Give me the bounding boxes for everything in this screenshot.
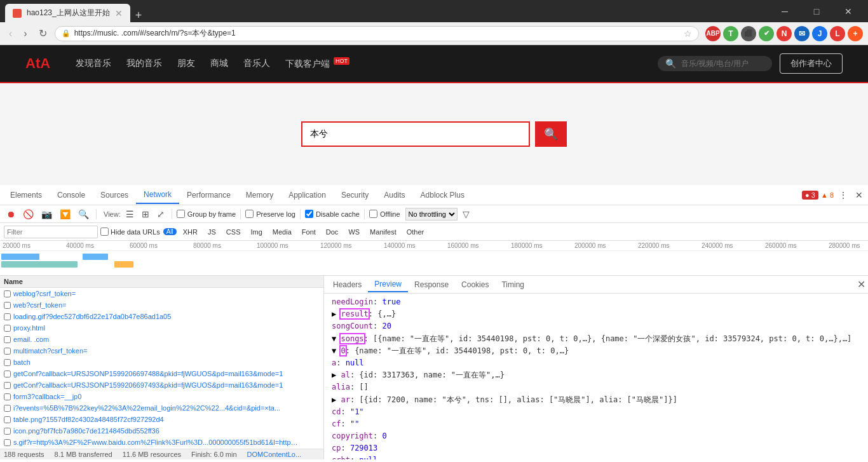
list-item[interactable]: web?csrf_token= <box>0 299 323 311</box>
maximize-button[interactable]: □ <box>802 0 831 22</box>
ext-btn9[interactable]: + <box>848 26 863 41</box>
file-checkbox[interactable] <box>4 290 11 297</box>
header-search-input[interactable] <box>681 59 764 68</box>
ar-toggle[interactable]: ▶ <box>332 395 341 404</box>
detail-tab-timing[interactable]: Timing <box>495 278 531 292</box>
json-line-result[interactable]: ▶ result: {,…} <box>329 308 863 320</box>
nav-friends[interactable]: 朋友 <box>177 58 195 70</box>
list-item[interactable]: weblog?csrf_token= <box>0 288 323 299</box>
songs-toggle[interactable]: ▼ <box>332 334 341 343</box>
file-list[interactable]: weblog?csrf_token= web?csrf_token= loadi… <box>0 288 323 449</box>
record-button[interactable]: ⏺ <box>4 208 18 221</box>
detail-tab-preview[interactable]: Preview <box>368 277 408 292</box>
type-ws-button[interactable]: WS <box>344 228 363 236</box>
ext-btn4[interactable]: ✔ <box>759 26 774 41</box>
list-item[interactable]: multimatch?csrf_token= <box>0 345 323 357</box>
file-checkbox[interactable] <box>4 405 11 412</box>
list-item[interactable]: batch <box>0 357 323 368</box>
tab-performance[interactable]: Performance <box>179 187 238 203</box>
main-search-button[interactable]: 🔍 <box>535 121 567 147</box>
list-view-button[interactable]: ☰ <box>123 208 137 221</box>
preserve-log-label[interactable]: Preserve log <box>245 210 295 218</box>
file-checkbox[interactable] <box>4 336 11 343</box>
dom-content-loaded[interactable]: DOMContentLo... <box>247 451 302 458</box>
file-checkbox[interactable] <box>4 439 11 446</box>
json-line-al[interactable]: ▶ al: {id: 3317363, name: "一直在等",…} <box>329 369 863 381</box>
file-checkbox[interactable] <box>4 325 11 332</box>
throttling-select[interactable]: No throttling <box>405 208 458 221</box>
ext-btn6[interactable]: ✉ <box>794 26 810 41</box>
search-button[interactable]: 🔍 <box>76 208 92 221</box>
list-item[interactable]: email. .com <box>0 334 323 345</box>
list-item[interactable]: getConf?callback=URSJSONP1599206697493&p… <box>0 379 323 391</box>
detail-tab-cookies[interactable]: Cookies <box>455 278 495 292</box>
al-toggle[interactable]: ▶ <box>332 370 341 379</box>
clear-button[interactable]: 🚫 <box>20 208 36 221</box>
minimize-button[interactable]: ─ <box>770 0 799 22</box>
tab-elements[interactable]: Elements <box>3 187 50 203</box>
creator-center-button[interactable]: 创作者中心 <box>780 53 843 74</box>
header-search-box[interactable]: 🔍 <box>658 56 772 71</box>
offline-checkbox[interactable] <box>369 210 377 218</box>
json-line-ar[interactable]: ▶ ar: [{id: 7200, name: "本兮", tns: [], a… <box>329 394 863 406</box>
hide-data-urls-checkbox[interactable] <box>100 228 109 236</box>
group-by-frame-checkbox[interactable] <box>177 210 185 218</box>
json-line-songs[interactable]: ▼ songs: [{name: "一直在等", id: 35440198, p… <box>329 333 863 345</box>
new-tab-button[interactable]: + <box>130 9 147 22</box>
tab-application[interactable]: Application <box>281 187 334 203</box>
screenshot-button[interactable]: 📷 <box>39 208 55 221</box>
main-search-input[interactable] <box>301 121 530 147</box>
back-button[interactable]: ‹ <box>5 25 16 42</box>
ext-abp-button[interactable]: ABP <box>705 26 721 41</box>
type-js-button[interactable]: JS <box>204 228 220 236</box>
file-checkbox[interactable] <box>4 416 11 423</box>
list-item[interactable]: proxy.html <box>0 322 323 334</box>
file-checkbox[interactable] <box>4 359 11 366</box>
list-item[interactable]: i?events=%5B%7B%22key%22%3A%22email_logi… <box>0 402 323 414</box>
detail-tab-response[interactable]: Response <box>408 278 455 292</box>
type-other-button[interactable]: Other <box>403 228 428 236</box>
file-checkbox[interactable] <box>4 428 11 435</box>
detail-tab-headers[interactable]: Headers <box>327 278 368 292</box>
close-button[interactable]: ✕ <box>834 0 863 22</box>
type-media-button[interactable]: Media <box>269 228 295 236</box>
group-by-frame-label[interactable]: Group by frame <box>177 210 236 218</box>
nav-discover-music[interactable]: 发现音乐 <box>76 58 111 70</box>
capture-screenshot-button[interactable]: ⤢ <box>154 208 167 221</box>
ext-btn2[interactable]: T <box>723 26 738 41</box>
filter-input[interactable] <box>4 226 98 238</box>
all-type-button[interactable]: All <box>163 228 177 235</box>
bookmark-button[interactable]: ☆ <box>684 29 692 39</box>
type-font-button[interactable]: Font <box>298 228 320 236</box>
refresh-button[interactable]: ↻ <box>35 25 51 42</box>
json-preview-content[interactable]: needLogin: true ▶ result: {,…} songCount… <box>324 294 868 459</box>
hide-data-urls-label[interactable]: Hide data URLs All <box>100 228 177 236</box>
devtools-menu-button[interactable]: ⋮ <box>836 189 850 201</box>
tab-adblock-plus[interactable]: Adblock Plus <box>413 187 472 203</box>
list-item[interactable]: s.gif?r=http%3A%2F%2Fwww.baidu.com%2Flin… <box>0 437 323 448</box>
grid-view-button[interactable]: ⊞ <box>139 208 152 221</box>
file-checkbox[interactable] <box>4 370 11 377</box>
detail-close-button[interactable]: ✕ <box>857 278 865 290</box>
ext-btn5[interactable]: N <box>776 26 792 41</box>
file-checkbox[interactable] <box>4 382 11 389</box>
devtools-close-button[interactable]: ✕ <box>853 189 865 201</box>
throttling-down-icon[interactable]: ▽ <box>460 208 472 221</box>
active-tab[interactable]: hao123_上网从这里开始 ✕ <box>5 4 130 22</box>
file-checkbox[interactable] <box>4 393 11 400</box>
tab-sources[interactable]: Sources <box>93 187 136 203</box>
type-manifest-button[interactable]: Manifest <box>366 228 400 236</box>
file-checkbox[interactable] <box>4 302 11 309</box>
nav-musician[interactable]: 音乐人 <box>243 58 270 70</box>
file-checkbox[interactable] <box>4 348 11 355</box>
type-doc-button[interactable]: Doc <box>322 228 342 236</box>
tab-network[interactable]: Network <box>136 186 179 204</box>
disable-cache-label[interactable]: Disable cache <box>305 210 360 218</box>
address-bar[interactable]: 🔒 https://music. .com/#/search/m/?s=本兮&t… <box>55 26 699 41</box>
filter-button[interactable]: 🔽 <box>57 208 73 221</box>
nav-download[interactable]: 下载客户端 HOT <box>285 58 349 70</box>
forward-button[interactable]: › <box>20 25 31 42</box>
ext-btn8[interactable]: L <box>830 26 845 41</box>
list-item[interactable]: loading.gif?9dec527dbf6d22e17da0b47e86ad… <box>0 311 323 322</box>
disable-cache-checkbox[interactable] <box>305 210 313 218</box>
